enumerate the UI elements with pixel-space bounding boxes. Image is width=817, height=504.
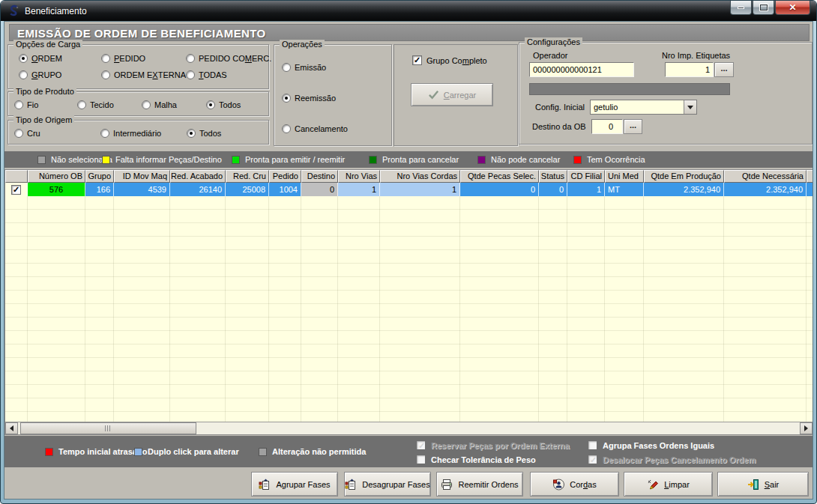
table-row[interactable]: ✓ 576 166 4539 26140 25008 1004 0 1 1 0 … xyxy=(5,183,813,196)
limpar-button[interactable]: Limpar xyxy=(624,472,713,497)
checkbox-label: Desalocar Peças Cancelamento Ordem xyxy=(603,455,756,464)
legend-color-swatch xyxy=(369,156,377,164)
cell-extra xyxy=(807,183,813,196)
carregar-button[interactable]: Carregar xyxy=(411,83,493,106)
col-header-red-cru: Red. Cru xyxy=(226,170,269,183)
radio-malha[interactable]: Malha xyxy=(142,100,177,109)
legend-label: Pronta para emitir / reemitir xyxy=(245,155,345,164)
checkbox-label: Checar Tolerância de Peso xyxy=(431,455,536,464)
titlebar[interactable]: Beneficiamento ✕ xyxy=(1,1,816,21)
radio-pedido-comerc[interactable]: PEDIDO COMERC. xyxy=(186,54,271,63)
legend-pronta-emitir: Pronta para emitir / reemitir xyxy=(232,155,345,164)
nro-imp-etiquetas-input[interactable]: 1 xyxy=(665,62,714,77)
checkbox-icon: ✓ xyxy=(588,455,597,464)
row-select-checkbox[interactable]: ✓ xyxy=(5,183,28,196)
col-header-uni-med: Uni Med xyxy=(605,170,644,183)
reemitir-ordens-button[interactable]: Reemitir Ordens xyxy=(436,472,523,497)
cell-qtde-pecas-selec[interactable]: 0 xyxy=(460,183,539,196)
radio-label: Reemissão xyxy=(295,94,336,103)
chevron-down-icon xyxy=(687,106,693,109)
cell-uni-med[interactable]: MT xyxy=(605,183,644,196)
horizontal-scrollbar[interactable] xyxy=(5,422,813,434)
radio-intermediario[interactable]: Intermediário xyxy=(100,129,161,138)
cell-qtde-em-producao[interactable]: 2.352,940 xyxy=(644,183,724,196)
col-header-extra xyxy=(807,170,813,183)
radio-label: Todos xyxy=(199,129,221,138)
radio-label: Emissão xyxy=(295,63,326,72)
agrupar-fases-button[interactable]: Agrupar Fases xyxy=(251,472,338,497)
button-label: Desagrupar Fases xyxy=(362,480,430,489)
reservar-pecas-checkbox[interactable]: ✓ Reservar Peças por Ordem Externa xyxy=(416,440,570,450)
legend-label: Alteração não permitida xyxy=(272,447,366,456)
scroll-right-button[interactable] xyxy=(800,422,813,434)
button-label: Reemitir Ordens xyxy=(458,480,518,489)
legend-color-swatch xyxy=(232,156,240,164)
radio-pedido[interactable]: PEDIDO xyxy=(101,54,145,63)
radio-label: TODAS xyxy=(199,70,227,79)
dropdown-button[interactable] xyxy=(684,100,696,114)
radio-origem-todos[interactable]: Todos xyxy=(187,129,221,138)
cell-qtde-necessaria[interactable]: 2.352,940 xyxy=(724,183,807,196)
cell-pedido[interactable]: 1004 xyxy=(269,183,301,196)
config-inicial-dropdown[interactable]: getulio xyxy=(590,100,697,115)
radio-icon xyxy=(142,100,151,109)
legend-falta-informar: Falta informar Peças/Destino xyxy=(102,155,222,164)
maximize-button[interactable] xyxy=(753,1,774,15)
radio-todas[interactable]: TODAS xyxy=(186,70,227,79)
radio-label: Todos xyxy=(219,100,241,109)
desagrupar-fases-button[interactable]: Desagrupar Fases xyxy=(344,472,431,497)
col-header-select xyxy=(5,170,28,183)
cell-grupo[interactable]: 166 xyxy=(85,183,114,196)
maximize-icon xyxy=(760,4,768,10)
checar-tolerancia-checkbox[interactable]: ✓ Checar Tolerância de Peso xyxy=(416,455,536,464)
radio-icon xyxy=(206,100,215,109)
groupbox-tipo-de-produto: Tipo de Produto Fio Tecido Malha Todos xyxy=(7,91,269,116)
config-inicial-label: Config. Inicial xyxy=(535,103,585,112)
close-button[interactable]: ✕ xyxy=(775,1,810,15)
cell-red-cru[interactable]: 25008 xyxy=(226,183,269,196)
destino-da-ob-label: Destino da OB xyxy=(532,122,586,131)
status-bar xyxy=(529,83,730,95)
exit-door-icon xyxy=(747,479,759,491)
legend-nao-pode-cancelar: Não pode cancelar xyxy=(477,155,560,164)
radio-tecido[interactable]: Tecido xyxy=(77,100,114,109)
destino-da-ob-input[interactable]: 0 xyxy=(591,119,623,134)
radio-reemissao[interactable]: Reemissão xyxy=(282,94,336,103)
minimize-button[interactable] xyxy=(730,1,752,15)
legend-color-swatch xyxy=(102,156,110,164)
cell-red-acabado[interactable]: 26140 xyxy=(170,183,226,196)
col-header-pedido: Pedido xyxy=(269,170,301,183)
radio-label: Cancelamento xyxy=(295,124,348,133)
radio-icon xyxy=(186,54,195,63)
cell-nro-vias-cordas[interactable]: 1 xyxy=(380,183,460,196)
minimize-icon xyxy=(738,7,744,9)
radio-fio[interactable]: Fio xyxy=(14,100,38,109)
desalocar-pecas-checkbox[interactable]: ✓ Desalocar Peças Cancelamento Ordem xyxy=(588,455,756,464)
operador-input[interactable]: 000000000000121 xyxy=(529,62,634,77)
scroll-left-button[interactable] xyxy=(5,422,18,434)
cell-nro-vias[interactable]: 1 xyxy=(338,183,380,196)
legend-color-swatch xyxy=(45,448,53,456)
grupo-completo-checkbox[interactable]: ✓ Grupo Completo xyxy=(412,55,487,65)
cell-numero-ob[interactable]: 576 xyxy=(28,183,85,196)
radio-cru[interactable]: Cru xyxy=(14,129,40,138)
cell-id-mov-maq[interactable]: 4539 xyxy=(114,183,170,196)
radio-grupo[interactable]: GRUPO xyxy=(19,70,61,79)
radio-cancelamento[interactable]: Cancelamento xyxy=(282,124,348,133)
legend-pronta-cancelar: Pronta para cancelar xyxy=(369,155,459,164)
legend-duplo-click: Duplo click para alterar xyxy=(134,447,239,456)
cell-status[interactable]: 0 xyxy=(539,183,567,196)
radio-emissao[interactable]: Emissão xyxy=(282,63,326,72)
radio-ordem[interactable]: ORDEM xyxy=(19,54,62,63)
etiquetas-browse-button[interactable]: ... xyxy=(714,62,734,77)
agrupa-fases-checkbox[interactable]: ✓ Agrupa Fases Ordens Iguais xyxy=(588,440,714,450)
cordas-button[interactable]: Cordas xyxy=(530,472,619,497)
radio-produto-todos[interactable]: Todos xyxy=(206,100,241,109)
cell-cd-filial[interactable]: 1 xyxy=(567,183,605,196)
sair-button[interactable]: Sair xyxy=(717,472,809,497)
scrollbar-thumb[interactable] xyxy=(20,422,196,434)
cell-destino[interactable]: 0 xyxy=(301,183,338,196)
arrow-right-icon xyxy=(804,425,808,431)
radio-ordem-externa[interactable]: ORDEM EXTERNA xyxy=(101,70,186,79)
destino-browse-button[interactable]: ... xyxy=(624,119,642,134)
